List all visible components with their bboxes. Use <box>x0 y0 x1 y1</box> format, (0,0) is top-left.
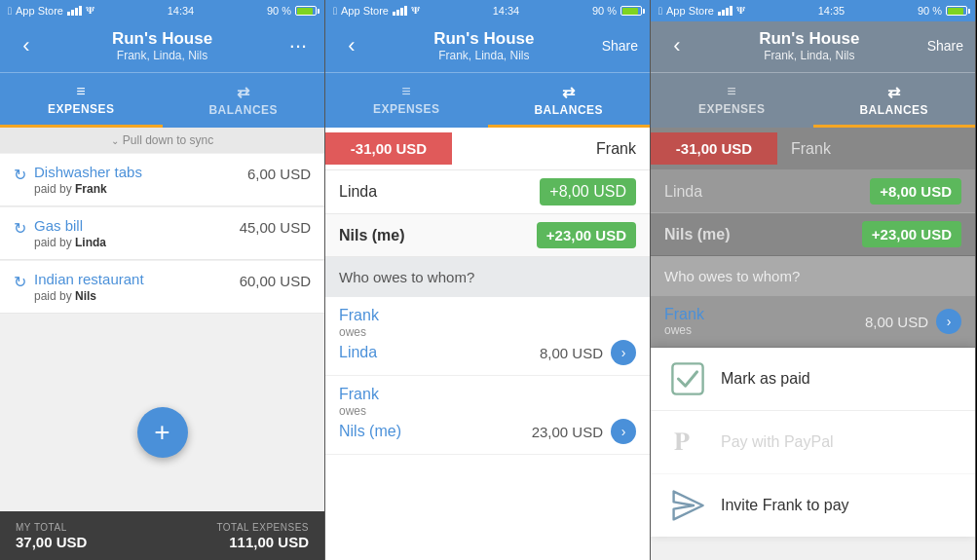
balance-row-2: Nils (me) +23,00 USD <box>325 214 650 257</box>
expense-row-1[interactable]: ↻ Gas bill paid by Linda 45,00 USD <box>0 207 324 260</box>
tab-balances-2[interactable]: ⇄ BALANCES <box>488 73 651 128</box>
paypal-icon: 𝐏 <box>670 425 705 460</box>
owe-block-p3: Frank owes 8,00 USD › <box>651 296 975 348</box>
bottom-bar-1: MY TOTAL 37,00 USD TOTAL EXPENSES 111,00… <box>0 511 324 560</box>
mark-paid-label: Mark as paid <box>721 370 810 388</box>
balance-amount-frank: -31,00 USD <box>325 132 452 165</box>
balance-name-frank: Frank <box>452 131 650 168</box>
tab-balances-3[interactable]: ⇄ BALANCES <box>813 73 976 128</box>
header-2: ‹ Run's House Frank, Linda, Nils Share <box>325 21 650 72</box>
tab-expenses-3[interactable]: ≡ EXPENSES <box>651 73 813 128</box>
panel-balances:  App Store 𝚿 14:34 90 % ‹ Run's House F… <box>325 0 651 560</box>
back-button-2[interactable]: ‹ <box>337 29 366 62</box>
balance-amt-p3-1: +8,00 USD <box>870 178 961 205</box>
balance-name-p3-1: Linda <box>651 173 856 210</box>
my-total-amount: 37,00 USD <box>16 534 87 550</box>
context-invite[interactable]: Invite Frank to pay <box>651 474 975 537</box>
wifi-icon-2: 𝚿 <box>411 5 420 17</box>
owe-to-1: Nils (me) <box>339 423 401 440</box>
owe-action-1[interactable]: › <box>611 419 636 444</box>
owe-from-0: Frank <box>339 307 636 324</box>
total-expenses-label: TOTAL EXPENSES <box>216 522 309 533</box>
expenses-icon-2: ≡ <box>325 83 488 100</box>
context-paypal[interactable]: 𝐏 Pay with PayPal <box>651 411 975 474</box>
panel-expenses:  App Store 𝚿 14:34 90 % ‹ Run's House F… <box>0 0 325 560</box>
balance-name-p3-0: Frank <box>777 131 975 168</box>
expense-row-2[interactable]: ↻ Indian restaurant paid by Nils 60,00 U… <box>0 261 324 314</box>
owe-action-p3[interactable]: › <box>936 309 961 334</box>
expense-name-0: Dishwasher tabs <box>34 164 142 180</box>
context-mark-paid[interactable]: Mark as paid <box>651 348 975 411</box>
balance-amt-p3-2: +23,00 USD <box>862 221 961 247</box>
balance-name-nils: Nils (me) <box>325 217 529 254</box>
panel-context:  App Store 𝚿 14:35 90 % ‹ Run's House F… <box>651 0 976 560</box>
time-1: 14:34 <box>168 5 195 17</box>
balance-row-0: -31,00 USD Frank <box>325 128 650 170</box>
header-1: ‹ Run's House Frank, Linda, Nils ··· <box>0 21 324 72</box>
owe-from-1: Frank <box>339 386 636 403</box>
time-2: 14:34 <box>493 5 520 17</box>
more-button-1[interactable]: ··· <box>283 29 313 62</box>
expense-row-0[interactable]: ↻ Dishwasher tabs paid by Frank 6,00 USD <box>0 154 324 206</box>
back-button-1[interactable]: ‹ <box>12 29 41 62</box>
battery-pct-1: 90 % <box>267 5 291 17</box>
owe-verb-0: owes <box>339 325 636 339</box>
wifi-icon-1: 𝚿 <box>86 5 94 17</box>
subtitle-3: Frank, Linda, Nils <box>692 49 927 62</box>
app-store-label-3: App Store <box>666 5 714 17</box>
app-store-label-2: App Store <box>341 5 389 17</box>
tab-expenses-1[interactable]: ≡ EXPENSES <box>0 73 163 128</box>
panel3-main: -31,00 USD Frank Linda +8,00 USD Nils (m… <box>651 128 975 560</box>
refresh-icon-2: ↻ <box>14 273 26 291</box>
share-button-3[interactable]: Share <box>927 38 963 54</box>
balance-name-linda: Linda <box>325 173 532 210</box>
sync-text: Pull down to sync <box>123 133 213 147</box>
expense-paid-2: paid by Nils <box>34 289 144 303</box>
svg-text:𝐏: 𝐏 <box>674 427 690 456</box>
refresh-icon-0: ↻ <box>14 166 26 184</box>
tab-expenses-label-2: EXPENSES <box>373 102 440 116</box>
checkmark-icon <box>670 361 705 396</box>
balance-row-1: Linda +8,00 USD <box>325 170 650 214</box>
owe-to-0: Linda <box>339 344 377 361</box>
battery-pct-3: 90 % <box>918 5 942 17</box>
expense-paid-0: paid by Frank <box>34 182 142 196</box>
tab-expenses-label-1: EXPENSES <box>48 102 115 116</box>
apple-icon-2:  <box>333 5 337 17</box>
tab-expenses-2[interactable]: ≡ EXPENSES <box>325 73 488 128</box>
back-button-3[interactable]: ‹ <box>662 29 692 62</box>
invite-label: Invite Frank to pay <box>721 497 849 514</box>
share-button-2[interactable]: Share <box>602 38 638 54</box>
owe-amount-0: 8,00 USD <box>540 345 603 361</box>
expense-amount-1: 45,00 USD <box>240 219 311 236</box>
context-menu: Mark as paid 𝐏 Pay with PayPal Invite Fr… <box>651 348 975 537</box>
sync-bar: ⌄ Pull down to sync <box>0 128 324 153</box>
expense-amount-2: 60,00 USD <box>240 273 311 289</box>
balance-row-p3-0: -31,00 USD Frank <box>651 128 975 170</box>
wifi-icon-3: 𝚿 <box>736 5 745 17</box>
my-total-label: MY TOTAL <box>16 522 87 533</box>
apple-icon:  <box>8 5 12 17</box>
balances-icon-3: ⇄ <box>813 83 976 101</box>
tabs-3: ≡ EXPENSES ⇄ BALANCES <box>651 72 975 128</box>
owe-action-0[interactable]: › <box>611 340 636 365</box>
tab-balances-label-1: BALANCES <box>208 103 278 117</box>
status-bar-1:  App Store 𝚿 14:34 90 % <box>0 0 324 21</box>
owe-block-1: Frank owes Nils (me) 23,00 USD › <box>325 376 650 455</box>
signal-bars-1 <box>67 6 82 16</box>
who-owes-header-2: Who owes to whom? <box>325 257 650 297</box>
balances-icon-1: ⇄ <box>163 83 325 101</box>
expenses-content: ⌄ Pull down to sync ↻ Dishwasher tabs pa… <box>0 128 324 511</box>
add-expense-fab[interactable]: + <box>137 407 188 458</box>
battery-3 <box>946 6 967 16</box>
plus-icon: + <box>154 419 169 446</box>
tab-balances-1[interactable]: ⇄ BALANCES <box>163 73 325 128</box>
owe-verb-p3: owes <box>664 323 704 337</box>
battery-2 <box>620 6 642 16</box>
balance-amount-nils: +23,00 USD <box>537 222 636 248</box>
balance-row-p3-1: Linda +8,00 USD <box>651 170 975 213</box>
paypal-label: Pay with PayPal <box>721 433 834 451</box>
time-3: 14:35 <box>818 5 845 17</box>
send-icon <box>670 488 705 523</box>
signal-bars-3 <box>718 6 733 16</box>
